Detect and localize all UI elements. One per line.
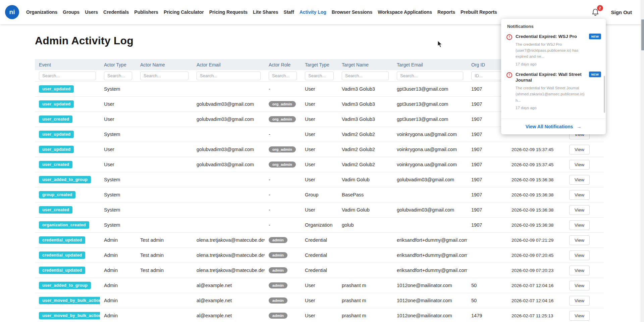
cell-actor_role: - <box>265 172 301 187</box>
sign-out-link[interactable]: Sign Out <box>611 9 632 15</box>
notification-item[interactable]: !Credential Expired: WSJ ProThe credenti… <box>501 30 606 68</box>
cell-view: View <box>565 157 604 172</box>
cell-actor_type: System <box>100 172 136 187</box>
notification-item[interactable]: !Credential Expired: Wall Street Journal… <box>501 68 606 112</box>
view-button[interactable]: View <box>569 145 590 154</box>
nav-item-activity-log[interactable]: Activity Log <box>300 9 326 15</box>
cell-actor_role: - <box>265 187 301 202</box>
page-scrollbar-thumb[interactable] <box>641 19 644 50</box>
search-input-event[interactable] <box>39 72 96 80</box>
event-badge: user_created <box>39 206 72 214</box>
event-badge: group_created <box>39 191 75 198</box>
view-button[interactable]: View <box>569 311 590 321</box>
notification-list: !Credential Expired: WSJ ProThe credenti… <box>501 30 606 112</box>
event-badge: credential_updated <box>39 236 85 244</box>
nav-item-users[interactable]: Users <box>85 9 98 15</box>
view-all-notifications-link[interactable]: View All Notifications → <box>501 119 606 134</box>
cell-actor_email <box>193 218 265 232</box>
cell-actor_role: admin <box>265 263 301 278</box>
app-logo[interactable]: ni <box>5 5 19 19</box>
column-header-actor_name: Actor Name <box>136 59 193 70</box>
cell-org_id: 1907 <box>467 172 507 187</box>
nav-item-lite-shares[interactable]: Lite Shares <box>253 9 278 15</box>
page-scrollbar[interactable] <box>641 0 644 322</box>
cell-target_email: 1012one@mailinator.com <box>393 278 467 293</box>
cell-view: View <box>565 202 604 217</box>
cell-event: user_updated <box>35 82 100 96</box>
cell-actor_role: admin <box>265 233 301 247</box>
event-badge: user_updated <box>39 85 74 93</box>
nav-item-groups[interactable]: Groups <box>63 9 79 15</box>
nav-item-workspace-applications[interactable]: Workspace Applications <box>378 9 432 15</box>
nav-item-browser-sessions[interactable]: Browser Sessions <box>332 9 372 15</box>
event-badge: user_updated <box>39 100 74 108</box>
view-button[interactable]: View <box>569 190 590 200</box>
cell-actor_name <box>136 97 193 111</box>
cell-date: 2026-02-09 07:20:45 <box>507 248 565 263</box>
event-badge: user_created <box>39 116 72 123</box>
panel-scrollbar-thumb[interactable] <box>604 76 605 113</box>
notification-content: Credential Expired: Wall Street JournalT… <box>516 72 586 110</box>
cell-actor_name <box>136 218 193 232</box>
nav-item-reports[interactable]: Reports <box>437 9 455 15</box>
cell-actor_email: golubvadim03@gmail.com <box>193 142 265 157</box>
new-badge: NEW <box>589 72 601 77</box>
view-button[interactable]: View <box>569 266 590 275</box>
event-badge: credential_updated <box>39 267 85 274</box>
view-button[interactable]: View <box>569 281 590 290</box>
cell-view: View <box>565 293 604 308</box>
cell-date: 2026-02-07 12:04:16 <box>507 293 565 308</box>
search-cell-actor_name <box>136 70 193 81</box>
cell-target_email: eriksandfort+dummy@gmail.com <box>393 263 467 278</box>
cell-target_name <box>338 233 393 247</box>
cell-target_type: User <box>301 293 338 308</box>
search-input-org_id[interactable] <box>471 72 501 80</box>
cell-actor_type: System <box>100 127 136 142</box>
search-input-target_email[interactable] <box>397 72 463 80</box>
cell-actor_role: org_admin <box>265 112 301 127</box>
view-button[interactable]: View <box>569 235 590 245</box>
nav-item-publishers[interactable]: Publishers <box>134 9 158 15</box>
cell-target_type: User <box>301 112 338 127</box>
search-input-actor_email[interactable] <box>197 72 261 80</box>
cell-event: credential_updated <box>35 263 100 278</box>
cell-target_email <box>393 218 467 232</box>
view-button[interactable]: View <box>569 250 590 260</box>
notification-body: The credential for WSJ Pro (user7@nicklp… <box>516 41 586 60</box>
cell-actor_email <box>193 82 265 96</box>
view-button[interactable]: View <box>569 220 590 230</box>
nav-item-pricing-calculator[interactable]: Pricing Calculator <box>164 9 204 15</box>
cell-view: View <box>565 172 604 187</box>
search-input-target_name[interactable] <box>342 72 389 80</box>
nav-item-pricing-requests[interactable]: Pricing Requests <box>209 9 248 15</box>
search-cell-actor_type <box>100 70 136 81</box>
view-button[interactable]: View <box>569 175 590 185</box>
cell-target_name: Vadim2 Golub2 <box>338 157 393 172</box>
cell-date: 2026-02-09 15:36:38 <box>507 202 565 217</box>
cell-event: group_created <box>35 187 100 202</box>
nav-item-organizations[interactable]: Organizations <box>26 9 57 15</box>
cell-actor_role: org_admin <box>265 157 301 172</box>
cell-view: View <box>565 142 604 157</box>
cell-event: user_added_to_group <box>35 278 100 293</box>
search-input-target_type[interactable] <box>305 72 334 80</box>
view-button[interactable]: View <box>569 205 590 215</box>
cell-org_id: 1907 <box>467 218 507 232</box>
cell-event: user_moved_by_bulk_action <box>35 293 100 308</box>
notifications-bell-button[interactable]: 2 <box>592 8 600 16</box>
column-header-actor_role: Actor Role <box>265 59 301 70</box>
cell-target_name <box>338 263 393 278</box>
view-button[interactable]: View <box>569 296 590 306</box>
search-input-actor_role[interactable] <box>269 72 297 80</box>
search-input-actor_name[interactable] <box>140 72 189 80</box>
cell-view: View <box>565 233 604 247</box>
nav-item-prebuilt-reports[interactable]: Prebuilt Reports <box>461 9 497 15</box>
cell-actor_name <box>136 187 193 202</box>
cell-event: user_updated <box>35 142 100 157</box>
nav-item-credentials[interactable]: Credentials <box>103 9 129 15</box>
view-button[interactable]: View <box>569 160 590 170</box>
cell-target_name: Vadim3 Golub3 <box>338 82 393 96</box>
search-input-actor_type[interactable] <box>104 72 132 80</box>
actor-role-badge: org_admin <box>269 116 296 122</box>
nav-item-staff[interactable]: Staff <box>284 9 294 15</box>
